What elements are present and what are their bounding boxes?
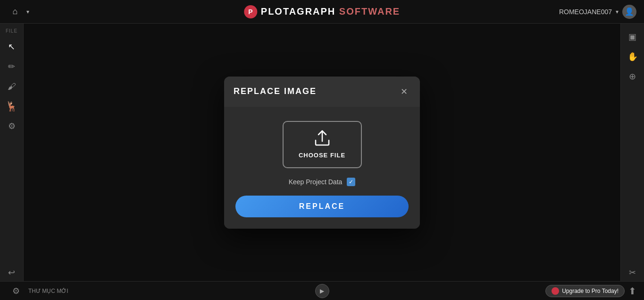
- checkbox-check-icon: ✓: [349, 179, 353, 185]
- topbar: ⌂ ▾ P PLOTAGRAPH SOFTWARE ROMEOJANE007 ▾…: [0, 0, 644, 24]
- user-chevron-icon[interactable]: ▾: [616, 9, 619, 15]
- replace-image-modal: REPLACE IMAGE ✕ CHOOSE FILE Keep Project…: [224, 77, 420, 229]
- modal-body: CHOOSE FILE Keep Project Data ✓ REPLACE: [224, 107, 420, 229]
- keep-project-checkbox[interactable]: ✓: [347, 178, 355, 186]
- export-icon: ⬆: [628, 286, 636, 296]
- sliders-icon: ⚙: [8, 121, 16, 131]
- logo-icon: P: [244, 5, 257, 18]
- play-icon: ▶: [320, 288, 324, 294]
- bottombar-left: ⚙ THƯ MỤC MỚI: [8, 283, 68, 300]
- choose-file-button[interactable]: CHOOSE FILE: [283, 121, 362, 168]
- home-button[interactable]: ⌂: [8, 4, 23, 19]
- export-button[interactable]: ⬆: [628, 285, 636, 297]
- crop-icon: ✂: [629, 267, 636, 278]
- user-name: ROMEOJANE007: [559, 8, 612, 16]
- sidebar-paint-tool[interactable]: 🖌: [3, 78, 20, 95]
- replace-button[interactable]: REPLACE: [235, 196, 409, 217]
- sidebar-hand-tool[interactable]: ✋: [624, 48, 641, 65]
- paint-icon: 🖌: [8, 82, 16, 92]
- settings-icon[interactable]: ⚙: [8, 283, 25, 300]
- topbar-right: ROMEOJANE007 ▾ 👤: [559, 5, 636, 19]
- sidebar-zoom-tool[interactable]: ⊕: [624, 68, 641, 85]
- sidebar-crop-tool[interactable]: ✂: [624, 264, 641, 281]
- sidebar-brush-tool[interactable]: ✏: [3, 58, 20, 75]
- logo-text: PLOTAGRAPH SOFTWARE: [261, 6, 400, 17]
- sidebar-undo-button[interactable]: ↩: [3, 264, 20, 281]
- upgrade-button[interactable]: Upgrade to Pro Today!: [545, 285, 625, 297]
- frame-icon: ▣: [628, 32, 636, 42]
- keep-project-label: Keep Project Data: [289, 178, 343, 186]
- modal-header: REPLACE IMAGE ✕: [224, 77, 420, 107]
- app-logo: P PLOTAGRAPH SOFTWARE: [244, 5, 400, 18]
- bottombar-right: Upgrade to Pro Today! ⬆: [545, 285, 636, 297]
- folder-label: THƯ MỤC MỚI: [28, 288, 68, 294]
- user-avatar[interactable]: 👤: [622, 5, 636, 19]
- close-icon: ✕: [401, 86, 408, 97]
- topbar-left: ⌂ ▾: [8, 4, 29, 19]
- sidebar-sliders-tool[interactable]: ⚙: [3, 118, 20, 135]
- sidebar-frame-tool[interactable]: ▣: [624, 28, 641, 45]
- play-button[interactable]: ▶: [315, 284, 329, 298]
- sidebar-cursor-tool[interactable]: ↖: [3, 38, 20, 55]
- avatar-icon: 👤: [625, 7, 634, 16]
- hand-icon: ✋: [627, 51, 638, 62]
- sidebar-animal-tool[interactable]: 🦌: [3, 98, 20, 115]
- animal-icon: 🦌: [6, 101, 17, 112]
- modal-overlay: REPLACE IMAGE ✕ CHOOSE FILE Keep Project…: [24, 24, 620, 281]
- zoom-icon: ⊕: [629, 71, 636, 82]
- sidebar-right: ▣ ✋ ⊕ ✂: [620, 24, 644, 281]
- file-label: FILE: [6, 28, 17, 34]
- choose-file-label: CHOOSE FILE: [299, 152, 345, 159]
- cursor-icon: ↖: [8, 42, 15, 52]
- home-chevron-icon[interactable]: ▾: [26, 9, 29, 15]
- home-icon: ⌂: [13, 7, 18, 17]
- upload-icon: [313, 130, 332, 147]
- bottombar: ⚙ THƯ MỤC MỚI ▶ Upgrade to Pro Today! ⬆: [0, 281, 644, 300]
- keep-project-row: Keep Project Data ✓: [289, 178, 356, 186]
- sidebar-left: FILE ↖ ✏ 🖌 🦌 ⚙ ↩: [0, 24, 24, 281]
- bottombar-center: ▶: [315, 284, 329, 298]
- undo-icon: ↩: [8, 267, 15, 278]
- modal-close-button[interactable]: ✕: [397, 85, 410, 98]
- brush-icon: ✏: [8, 61, 15, 72]
- modal-title: REPLACE IMAGE: [234, 86, 317, 96]
- upgrade-label: Upgrade to Pro Today!: [562, 288, 619, 294]
- upgrade-icon: [552, 287, 559, 295]
